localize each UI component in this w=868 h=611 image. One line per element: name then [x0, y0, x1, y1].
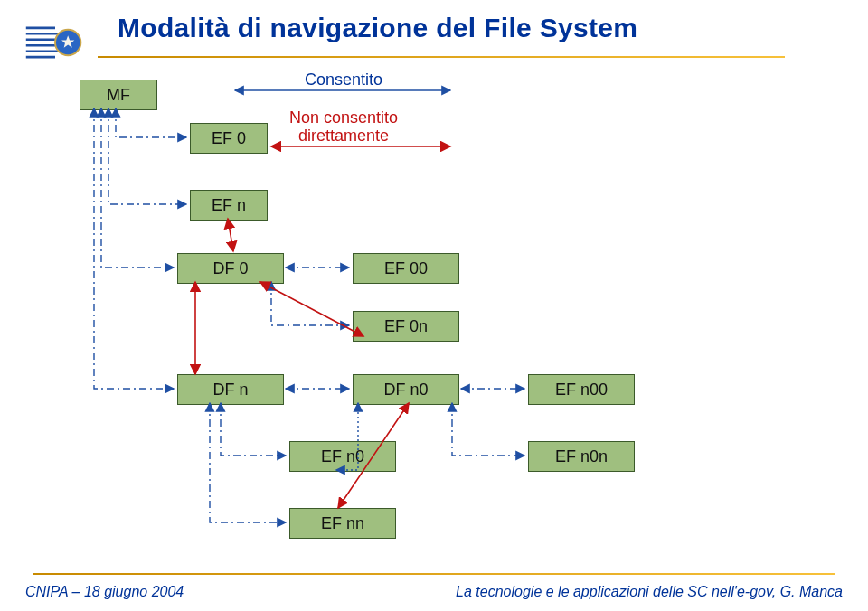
- node-ef00: EF 00: [353, 253, 459, 284]
- footer-left: CNIPA – 18 giugno 2004: [25, 584, 184, 600]
- node-efn00: EF n00: [528, 374, 635, 405]
- node-mf: MF: [80, 80, 157, 110]
- node-efn0n: EF n0n: [528, 441, 635, 472]
- emblem-logo: [25, 16, 85, 69]
- node-efn: EF n: [190, 190, 268, 221]
- node-efn0: EF n0: [289, 441, 396, 472]
- footer-rule: [33, 573, 835, 575]
- legend-denied: Non consentito direttamente: [262, 108, 425, 145]
- node-efnn: EF nn: [289, 508, 396, 539]
- node-dfn: DF n: [177, 374, 284, 405]
- node-df0: DF 0: [177, 253, 284, 284]
- legend-allowed: Consentito: [262, 70, 425, 89]
- title-underline: [98, 56, 785, 58]
- node-ef0n: EF 0n: [353, 311, 459, 342]
- node-dfn0: DF n0: [353, 374, 459, 405]
- page-title: Modalità di navigazione del File System: [118, 13, 637, 43]
- footer-right: La tecnologie e le applicazioni delle SC…: [456, 584, 843, 600]
- node-ef0: EF 0: [190, 123, 268, 154]
